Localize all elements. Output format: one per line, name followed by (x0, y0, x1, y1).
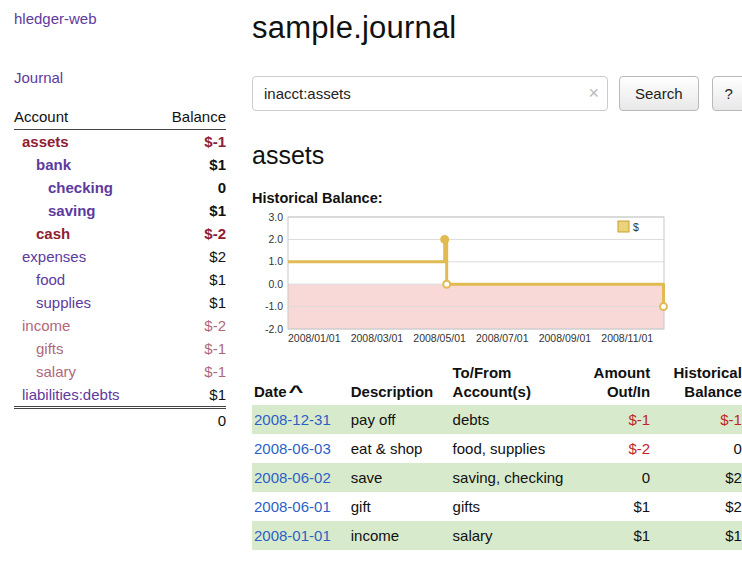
transaction-balance: 0 (654, 434, 742, 463)
header-amount: Amount Out/In (568, 361, 655, 405)
svg-text:3.0: 3.0 (268, 211, 283, 223)
account-balance: $1 (154, 153, 226, 176)
account-link-food[interactable]: food (14, 271, 65, 289)
account-link-liabilities-debts[interactable]: liabilities:debts (14, 386, 120, 404)
transaction-description: pay off (349, 405, 451, 434)
svg-text:1.0: 1.0 (268, 255, 283, 267)
account-balance: $1 (154, 268, 226, 291)
account-link-salary[interactable]: salary (14, 363, 76, 381)
clear-search-icon[interactable]: × (588, 82, 599, 104)
transaction-accounts: food, supplies (451, 434, 568, 463)
journal-link[interactable]: Journal (14, 69, 63, 86)
sidebar: hledger-web Journal Account Balance asse… (0, 0, 236, 550)
transaction-row: 2008-01-01 income salary $1 $1 (252, 521, 742, 550)
accounts-table: Account Balance assets $-1 bank $1 check… (14, 106, 226, 433)
account-row-checking: checking 0 (14, 176, 226, 199)
transaction-date-link[interactable]: 2008-06-02 (254, 469, 331, 486)
chart-title: Historical Balance: (252, 190, 742, 206)
transaction-row: 2008-06-02 save saving, checking 0 $2 (252, 463, 742, 492)
accounts-total-balance: 0 (154, 408, 226, 433)
svg-text:-2.0: -2.0 (265, 323, 283, 335)
search-box: × (252, 76, 608, 111)
svg-text:2008/01/01: 2008/01/01 (288, 332, 341, 344)
account-link-expenses[interactable]: expenses (14, 248, 86, 266)
header-date[interactable]: Date^ (252, 361, 349, 405)
account-balance: $-2 (154, 222, 226, 245)
transaction-accounts: salary (451, 521, 568, 550)
account-link-assets[interactable]: assets (14, 133, 69, 151)
transaction-date-link[interactable]: 2008-06-03 (254, 440, 331, 457)
sidebar-nav: Journal (14, 69, 226, 86)
transaction-date-link[interactable]: 2008-12-31 (254, 411, 331, 428)
accounts-header-account: Account (14, 106, 154, 130)
account-balance: $2 (154, 245, 226, 268)
accounts-header-balance: Balance (154, 106, 226, 130)
account-balance: $-1 (154, 337, 226, 360)
page-title: sample.journal (252, 10, 742, 46)
account-row-expenses: expenses $2 (14, 245, 226, 268)
transaction-amount: 0 (568, 463, 655, 492)
transaction-amount: $1 (568, 492, 655, 521)
register-header-row: Date^ Description To/From Account(s) Amo… (252, 361, 742, 405)
header-balance: Historical Balance (654, 361, 742, 405)
account-row-food: food $1 (14, 268, 226, 291)
svg-text:$: $ (633, 221, 639, 233)
account-row-assets: assets $-1 (14, 130, 226, 154)
account-balance: 0 (154, 176, 226, 199)
account-row-liabilities-debts: liabilities:debts $1 (14, 383, 226, 408)
transaction-amount: $-2 (568, 434, 655, 463)
account-row-cash: cash $-2 (14, 222, 226, 245)
sort-ascending-icon: ^ (288, 382, 303, 401)
transaction-balance: $2 (654, 492, 742, 521)
transaction-amount: $1 (568, 521, 655, 550)
account-balance: $-1 (154, 360, 226, 383)
help-button[interactable]: ? (712, 76, 742, 111)
header-date-label: Date (254, 383, 287, 400)
app-title-link[interactable]: hledger-web (14, 10, 97, 27)
transaction-amount: $-1 (568, 405, 655, 434)
account-balance: $1 (154, 199, 226, 222)
account-row-saving: saving $1 (14, 199, 226, 222)
svg-text:2008/05/01: 2008/05/01 (413, 332, 466, 344)
search-button[interactable]: Search (619, 76, 699, 111)
svg-text:2008/07/01: 2008/07/01 (476, 332, 529, 344)
svg-text:2.0: 2.0 (268, 233, 283, 245)
header-account: To/From Account(s) (451, 361, 568, 405)
transaction-description: eat & shop (349, 434, 451, 463)
account-link-income[interactable]: income (14, 317, 70, 335)
account-link-checking[interactable]: checking (14, 179, 113, 197)
register-table: Date^ Description To/From Account(s) Amo… (252, 361, 742, 550)
main-content: sample.journal × Search ? assets Histori… (236, 0, 742, 550)
search-form: × Search ? (252, 76, 742, 111)
account-row-gifts: gifts $-1 (14, 337, 226, 360)
account-balance: $-1 (154, 130, 226, 154)
svg-text:2008/09/01: 2008/09/01 (539, 332, 592, 344)
transaction-description: save (349, 463, 451, 492)
transaction-row: 2008-06-01 gift gifts $1 $2 (252, 492, 742, 521)
transaction-balance: $-1 (654, 405, 742, 434)
transaction-accounts: saving, checking (451, 463, 568, 492)
account-balance: $-2 (154, 314, 226, 337)
account-title: assets (252, 141, 742, 170)
account-link-saving[interactable]: saving (14, 202, 96, 220)
transaction-date-link[interactable]: 2008-01-01 (254, 527, 331, 544)
svg-text:2008/03/01: 2008/03/01 (351, 332, 404, 344)
account-row-salary: salary $-1 (14, 360, 226, 383)
transaction-accounts: debts (451, 405, 568, 434)
svg-text:0.0: 0.0 (268, 278, 283, 290)
account-link-bank[interactable]: bank (14, 156, 71, 174)
svg-text:-1.0: -1.0 (265, 300, 283, 312)
account-link-cash[interactable]: cash (14, 225, 70, 243)
app-window: hledger-web Journal Account Balance asse… (0, 0, 742, 550)
transaction-description: income (349, 521, 451, 550)
account-link-gifts[interactable]: gifts (14, 340, 64, 358)
accounts-header-row: Account Balance (14, 106, 226, 130)
account-link-supplies[interactable]: supplies (14, 294, 91, 312)
transaction-date-link[interactable]: 2008-06-01 (254, 498, 331, 515)
transaction-row: 2008-06-03 eat & shop food, supplies $-2… (252, 434, 742, 463)
transaction-description: gift (349, 492, 451, 521)
account-row-bank: bank $1 (14, 153, 226, 176)
transaction-balance: $1 (654, 521, 742, 550)
search-input[interactable] (252, 76, 608, 111)
account-row-income: income $-2 (14, 314, 226, 337)
